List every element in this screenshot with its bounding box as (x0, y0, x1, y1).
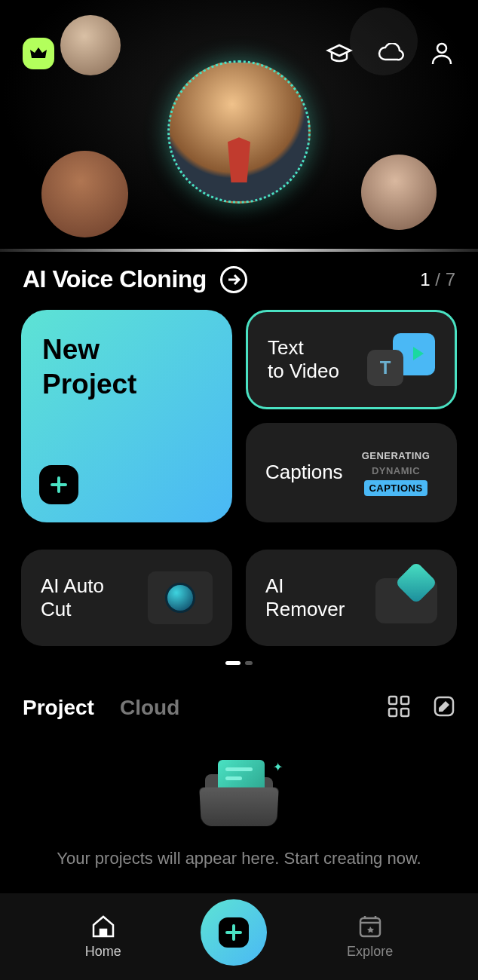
new-project-card[interactable]: NewProject (21, 310, 232, 522)
grid-icon (388, 695, 410, 718)
crown-icon (30, 47, 47, 60)
projects-header: Project Cloud (0, 672, 478, 728)
nav-home[interactable]: Home (85, 914, 121, 960)
empty-state-text: Your projects will appear here. Start cr… (57, 849, 421, 868)
nav-home-label: Home (85, 944, 121, 960)
edit-button[interactable] (433, 695, 455, 721)
bottom-nav: Home Explore (0, 893, 478, 980)
svg-point-0 (437, 44, 446, 53)
plus-icon (219, 917, 249, 948)
hero-section (0, 0, 478, 249)
captions-icon: GENERATING DYNAMIC CAPTIONS (354, 450, 437, 496)
feature-title-link[interactable]: AI Voice Cloning (23, 265, 247, 293)
svg-rect-3 (389, 709, 397, 716)
folder-icon: ✦ (201, 758, 277, 826)
ai-remover-card[interactable]: AIRemover (246, 550, 457, 646)
person-icon (431, 41, 453, 66)
captions-card[interactable]: Captions GENERATING DYNAMIC CAPTIONS (246, 423, 457, 522)
svg-rect-2 (401, 697, 409, 704)
svg-rect-4 (401, 709, 409, 716)
nav-explore[interactable]: Explore (347, 914, 393, 960)
tab-project[interactable]: Project (23, 696, 94, 720)
home-icon (90, 914, 116, 939)
avatar-preset-center[interactable] (167, 60, 311, 204)
eraser-icon (375, 572, 437, 623)
cloud-icon (377, 43, 404, 64)
text-to-video-icon: T (367, 333, 435, 386)
grid-view-button[interactable] (388, 695, 410, 721)
tab-cloud[interactable]: Cloud (120, 696, 179, 720)
feature-title: AI Voice Cloning (23, 265, 207, 293)
avatar-preset-2[interactable] (41, 151, 128, 237)
svg-rect-1 (389, 697, 397, 704)
ai-remover-label: AIRemover (265, 574, 345, 621)
dot (245, 661, 253, 665)
profile-button[interactable] (428, 40, 455, 67)
plus-icon (39, 465, 78, 504)
text-to-video-label: Textto Video (268, 336, 339, 383)
premium-badge[interactable] (23, 38, 54, 69)
arrow-right-icon (220, 266, 247, 293)
tutorials-button[interactable] (326, 40, 353, 67)
explore-icon (357, 914, 383, 939)
feature-header: AI Voice Cloning 1 / 7 (0, 252, 478, 302)
text-to-video-card[interactable]: Textto Video T (246, 310, 457, 409)
edit-icon (433, 695, 455, 718)
captions-label: Captions (265, 461, 343, 484)
ai-auto-cut-card[interactable]: AI AutoCut (21, 550, 232, 646)
carousel-dots (21, 661, 457, 665)
graduation-cap-icon (326, 43, 353, 64)
ai-auto-cut-icon (148, 571, 213, 624)
nav-explore-label: Explore (347, 944, 393, 960)
nav-create-button[interactable] (201, 899, 267, 966)
dot-active (225, 661, 241, 665)
avatar-preset-3[interactable] (361, 155, 437, 230)
page-indicator: 1 / 7 (420, 269, 455, 290)
ai-auto-cut-label: AI AutoCut (41, 574, 104, 621)
empty-projects: ✦ Your projects will appear here. Start … (0, 728, 478, 868)
cloud-button[interactable] (377, 40, 404, 67)
tool-cards: NewProject Textto Video T Captions GENER… (0, 302, 478, 672)
new-project-label: NewProject (42, 332, 211, 403)
